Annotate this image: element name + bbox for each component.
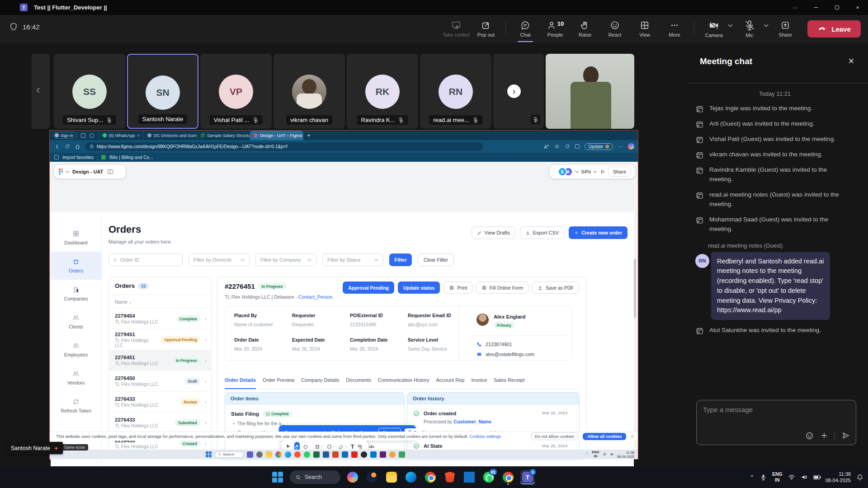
participant-tile[interactable]: SN Santosh Narate [127,54,198,129]
extension-icon[interactable] [575,144,580,149]
app-icon[interactable] [294,451,301,458]
tiles-next-icon[interactable]: › [507,84,521,98]
contact-phone[interactable]: 2123874901 [486,342,512,347]
app-icon[interactable] [266,451,272,458]
browser-menu-icon[interactable]: ··· [618,144,623,149]
app-icon[interactable] [323,451,329,458]
brave-app-icon[interactable] [443,470,457,484]
app-icon[interactable] [389,451,396,458]
order-id-input[interactable] [120,257,178,263]
frame-tool[interactable] [315,444,324,450]
tab-account-rep[interactable]: Account Rep [436,377,465,389]
figma-share-button[interactable]: Share [608,167,631,177]
app-icon[interactable] [285,451,291,458]
minimize-button[interactable] [806,0,826,15]
sidebar-item-dashboard[interactable]: Dashboard [51,224,101,252]
present-play-icon[interactable] [600,169,605,174]
home-icon[interactable] [75,144,80,150]
filter-status-select[interactable]: Filter by Status [322,253,383,266]
pop-out-button[interactable]: Pop out [472,15,500,43]
sidebar-item-clients[interactable]: Clients [51,308,101,336]
order-row[interactable]: 2279451TL Flex Holdings LLC Approval Pen… [109,329,211,350]
order-row[interactable]: 2276433TL Flex Holdings LLC Submitted › [109,413,211,433]
app-icon[interactable] [256,451,263,458]
sidebar-item-companies[interactable]: Companies [51,280,101,308]
app-icon[interactable] [351,451,358,458]
bookmark-item[interactable]: Import favorites [62,155,94,160]
chevron-down-icon[interactable] [575,170,579,174]
export-csv-button[interactable]: Export CSV [520,226,564,239]
sidebar-item-refresh-token[interactable]: Refresh Token [51,392,101,420]
chrome-app-icon[interactable] [423,470,438,484]
app-icon[interactable] [342,451,348,458]
app-icon[interactable] [332,451,339,458]
copilot-icon[interactable] [628,143,634,150]
chat-input-box[interactable] [696,400,856,445]
read-aloud-icon[interactable]: A» [544,143,549,150]
order-row[interactable]: 2276433TL Flex Holdings LLC Review › [109,392,211,413]
save-as-pdf-button[interactable]: Save as PDF [532,282,579,294]
browser-signin-button[interactable]: Sign in [53,132,77,139]
browser-tab[interactable]: (6) WhatsApp× [99,131,143,140]
order-id-search[interactable] [108,253,183,266]
notifications-bell-icon[interactable] [856,474,863,481]
leave-button[interactable]: Leave [807,20,861,38]
close-button[interactable]: × [847,0,868,15]
resources-tool[interactable] [357,444,363,450]
collaborator-avatar[interactable]: S [558,167,567,176]
start-button[interactable] [270,470,285,484]
pen-tool[interactable] [339,444,348,450]
sidebar-item-orders[interactable]: Orders [51,252,101,280]
app-icon[interactable] [313,451,320,458]
bookmark-item[interactable]: Bills | Billing and Co... [109,155,153,160]
wifi-icon[interactable] [788,474,795,481]
participant-tile[interactable]: vikram chavan [274,54,345,129]
camera-button[interactable]: Camera [700,15,728,43]
cookies-settings-link[interactable]: Cookies settings [469,434,501,439]
shared-language-indicator[interactable]: ENGIN [592,450,599,458]
participant-tile[interactable]: VP Vishal Patil ... [200,54,272,129]
react-button[interactable]: React [601,15,629,43]
whatsapp-app-icon[interactable]: 81 [481,470,496,484]
order-row-selected[interactable]: 2276451TL Flex Holdings LLC In Progress … [109,350,211,371]
language-indicator[interactable]: ENGIN [772,471,783,483]
volume-icon[interactable] [801,474,808,481]
browser-tab[interactable]: Sample Salary Structure with calc× [197,131,250,140]
comment-tool[interactable] [303,444,308,450]
emoji-icon[interactable] [805,432,814,440]
text-tool[interactable]: T [351,444,354,450]
browser-tab[interactable]: DC Divisions and Surroundings× [143,131,197,140]
tab-company-details[interactable]: Company Details [301,377,339,389]
share-button[interactable]: Share [771,15,799,43]
allow-cookies-button[interactable]: Allow all cookies [583,433,627,440]
mic-button[interactable]: Mic [736,15,764,43]
sidebar-item-employees[interactable]: Employees [51,336,101,364]
chevron-down-icon[interactable] [593,170,597,174]
view-drafts-button[interactable]: View Drafts [472,226,515,239]
shape-tool[interactable] [327,444,335,449]
tab-order-preview[interactable]: Order Preview [263,377,294,389]
layout-columns-icon[interactable] [108,169,113,174]
filter-domicile-select[interactable]: Filter by Domicile [189,253,250,266]
maximize-button[interactable] [826,0,847,15]
participant-tile-video[interactable] [546,54,634,129]
tab-order-details[interactable]: Order Details [225,377,256,389]
contact-email[interactable]: alex@vstatefilings.com [486,352,534,357]
browser-tab-actions-icon[interactable] [90,133,94,138]
participant-tile[interactable]: SS Shivani Sup... [54,54,125,129]
raise-hand-button[interactable]: Raise [571,15,599,43]
taskbar-clock[interactable]: 11:3808-04-2025 [826,471,851,484]
app-icon[interactable] [275,451,282,458]
window-more-button[interactable]: ··· [785,0,806,15]
dev-mode-toggle[interactable]: </> [369,445,374,449]
contact-person-link[interactable]: Contact_Person. [298,294,334,300]
participant-tile[interactable]: RN read.ai mee... [420,54,491,129]
app-icon[interactable] [304,451,310,458]
vscode-app-icon[interactable] [462,470,476,484]
tray-mic-icon[interactable] [760,474,767,481]
new-tab-button[interactable]: + [307,132,311,139]
app-icon[interactable] [399,451,405,458]
update-status-button[interactable]: Update status [398,282,440,294]
app-icon[interactable] [380,451,386,458]
people-button[interactable]: 10 People [541,15,569,43]
